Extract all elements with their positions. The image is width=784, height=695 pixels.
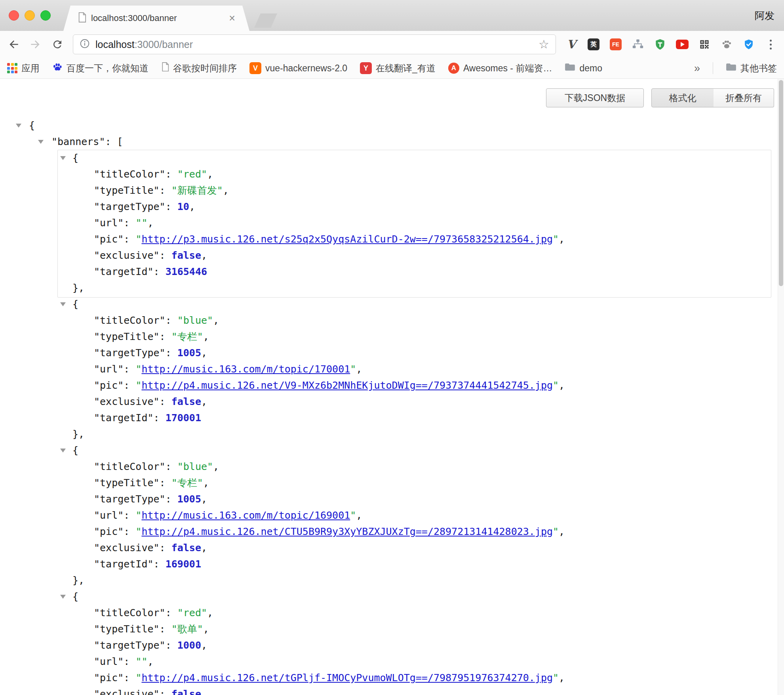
json-comma: , bbox=[356, 510, 362, 521]
minimize-window-button[interactable] bbox=[25, 10, 35, 21]
json-line-object-open: { bbox=[0, 150, 778, 166]
json-boolean-value: false bbox=[171, 250, 201, 261]
browser-menu-icon[interactable] bbox=[764, 38, 777, 51]
json-comma: , bbox=[207, 607, 213, 619]
json-property-line: typeTitle: 专栏, bbox=[0, 475, 778, 491]
browser-tab[interactable]: localhost:3000/banner × bbox=[63, 6, 249, 31]
json-close-brace: }, bbox=[72, 282, 84, 294]
json-link[interactable]: http://p4.music.126.net/V9-MXz6b2MNhEKju… bbox=[141, 380, 553, 391]
json-colon: : bbox=[166, 461, 177, 472]
json-key: targetType bbox=[94, 201, 166, 212]
collapse-toggle-icon[interactable] bbox=[60, 595, 66, 599]
json-link[interactable]: http://p4.music.126.net/tGPljf-IMOCyPvum… bbox=[141, 672, 553, 684]
json-key: url bbox=[94, 363, 124, 375]
json-key: targetId bbox=[94, 266, 154, 277]
json-colon: : bbox=[166, 347, 177, 359]
json-property-line: pic: http://p4.music.126.net/V9-MXz6b2MN… bbox=[0, 377, 778, 393]
bookmark-awesomes[interactable]: AAwesomes - 前端资… bbox=[448, 62, 552, 74]
awesomes-icon: A bbox=[448, 63, 459, 74]
apps-grid-icon bbox=[7, 63, 17, 73]
baidu-paw-icon bbox=[52, 62, 63, 74]
extension-icon-shield-check[interactable] bbox=[741, 37, 756, 52]
titlebar: localhost:3000/banner × 阿发 bbox=[0, 0, 784, 31]
extension-icon-green-shield[interactable] bbox=[653, 37, 668, 52]
reload-button[interactable] bbox=[49, 36, 66, 52]
json-key: titleColor bbox=[94, 461, 166, 472]
json-number-value: 3165446 bbox=[166, 266, 207, 277]
json-colon: : bbox=[166, 315, 177, 326]
json-string-value: http://p4.music.126.net/CTU5B9R9y3XyYBZX… bbox=[135, 526, 559, 537]
back-button[interactable] bbox=[6, 36, 22, 52]
json-string-value: http://p3.music.126.net/s25q2x5QyqsAzilC… bbox=[135, 233, 559, 245]
json-open-brace: { bbox=[72, 445, 78, 456]
json-comma: , bbox=[213, 461, 219, 472]
json-key: typeTitle bbox=[94, 185, 160, 196]
profile-name[interactable]: 阿发 bbox=[755, 0, 774, 31]
tab-close-icon[interactable]: × bbox=[229, 13, 235, 24]
bookmark-star-icon[interactable]: ☆ bbox=[539, 38, 549, 50]
json-key: targetId bbox=[94, 412, 154, 424]
download-json-button[interactable]: 下载JSON数据 bbox=[546, 88, 644, 107]
scrollbar[interactable] bbox=[778, 79, 784, 695]
json-colon: : bbox=[124, 526, 135, 537]
maximize-window-button[interactable] bbox=[40, 10, 51, 21]
bookmark-youdao[interactable]: Y在线翻译_有道 bbox=[360, 62, 436, 74]
extension-icon-vimium[interactable]: V bbox=[564, 37, 579, 52]
json-property-line: pic: http://p3.music.126.net/s25q2x5Qyqs… bbox=[0, 231, 778, 247]
collapse-toggle-icon[interactable] bbox=[60, 302, 66, 306]
json-link[interactable]: http://p3.music.126.net/s25q2x5QyqsAzilC… bbox=[141, 233, 553, 245]
collapse-toggle-icon[interactable] bbox=[60, 156, 66, 160]
json-colon: : bbox=[124, 233, 135, 245]
page-info-icon[interactable] bbox=[80, 38, 90, 50]
forward-button[interactable] bbox=[27, 36, 44, 52]
json-colon: : bbox=[124, 363, 135, 375]
json-comma: , bbox=[189, 201, 195, 212]
tab-favicon-page-icon bbox=[78, 12, 86, 24]
extension-icon-sitemap[interactable] bbox=[630, 37, 645, 52]
json-property-line: pic: http://p4.music.126.net/CTU5B9R9y3X… bbox=[0, 523, 778, 540]
bookmark-other-bookmarks[interactable]: 其他书签 bbox=[726, 62, 777, 74]
collapse-toggle-icon[interactable] bbox=[16, 124, 21, 128]
json-comma: , bbox=[207, 168, 213, 180]
extension-icon-paw[interactable] bbox=[719, 37, 734, 52]
address-bar[interactable]: localhost:3000/banner ☆ bbox=[73, 34, 556, 54]
scrollbar-thumb[interactable] bbox=[779, 80, 783, 286]
extension-icon-fehelper[interactable]: FE bbox=[608, 37, 623, 52]
json-key: titleColor bbox=[94, 315, 166, 326]
extension-icon-youtube[interactable] bbox=[675, 37, 690, 52]
format-button[interactable]: 格式化 bbox=[651, 88, 714, 107]
bookmark-apps[interactable]: 应用 bbox=[7, 62, 40, 74]
collapse-toggle-icon[interactable] bbox=[38, 140, 44, 144]
bookmarks-divider bbox=[713, 62, 713, 74]
bookmark-label: 应用 bbox=[21, 62, 40, 74]
json-colon: : bbox=[160, 185, 171, 196]
new-tab-button[interactable] bbox=[254, 13, 277, 28]
json-open-brace: { bbox=[72, 591, 78, 602]
collapse-toggle-icon[interactable] bbox=[60, 449, 66, 453]
bookmark-vue-hackernews[interactable]: Vvue-hackernews-2.0 bbox=[249, 62, 347, 74]
json-string-value: blue bbox=[177, 461, 213, 472]
json-open-brace: { bbox=[72, 152, 78, 164]
json-object-banner-2: { titleColor: blue, typeTitle: 专栏, targe… bbox=[0, 442, 778, 588]
bookmark-demo-folder[interactable]: demo bbox=[565, 63, 602, 74]
json-link[interactable]: http://p4.music.126.net/CTU5B9R9y3XyYBZX… bbox=[141, 526, 553, 537]
bookmark-google-sort[interactable]: 谷歌按时间排序 bbox=[161, 62, 237, 74]
json-open-bracket: [ bbox=[117, 136, 123, 147]
json-property-line: titleColor: blue, bbox=[0, 458, 778, 475]
json-link[interactable]: http://music.163.com/m/topic/169001 bbox=[141, 510, 350, 521]
json-key: banners bbox=[51, 136, 105, 147]
bookmark-baidu[interactable]: 百度一下，你就知道 bbox=[52, 62, 148, 74]
close-window-button[interactable] bbox=[9, 10, 19, 21]
extension-icon-translate[interactable]: 英 bbox=[586, 37, 601, 52]
json-number-value: 1000 bbox=[177, 640, 201, 651]
json-close-brace: }, bbox=[72, 428, 84, 440]
json-link[interactable]: http://music.163.com/m/topic/170001 bbox=[141, 363, 350, 375]
bookmarks-overflow-chevron[interactable]: » bbox=[694, 62, 700, 74]
json-key: exclusive bbox=[94, 688, 160, 695]
json-comma: , bbox=[203, 477, 209, 489]
json-line-object-close: }, bbox=[0, 572, 778, 588]
extension-icon-qrcode[interactable] bbox=[697, 37, 712, 52]
collapse-all-button[interactable]: 折叠所有 bbox=[714, 88, 774, 107]
json-property-line: targetId: 3165446 bbox=[0, 263, 778, 280]
json-colon: : bbox=[166, 201, 177, 212]
